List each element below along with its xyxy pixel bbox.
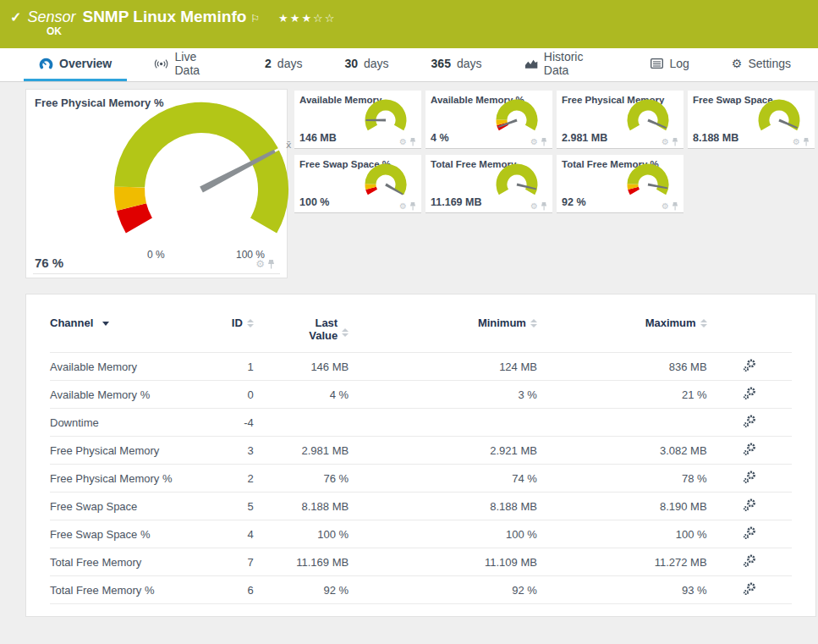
gear-icon[interactable]: ⚙ [530,201,538,211]
edit-channel-gears-icon[interactable] [743,526,756,540]
gauge-chart [621,98,675,139]
cell-channel[interactable]: Total Free Memory % [50,576,190,604]
edit-channel-gears-icon[interactable] [743,415,756,428]
pin-icon[interactable] [541,138,547,146]
cell-channel[interactable]: Downtime [50,409,190,437]
gear-icon[interactable]: ⚙ [662,201,669,211]
pin-icon[interactable] [672,202,678,211]
column-header-maximum[interactable]: Maximum [537,316,707,353]
area-chart-icon [524,58,538,69]
pin-icon[interactable] [267,260,275,269]
table-row[interactable]: Total Free Memory % 6 92 % 92 % 93 % [50,576,792,604]
cell-id: 3 [190,437,254,465]
pin-icon[interactable] [672,138,678,146]
cell-edit[interactable] [707,381,792,409]
pin-icon[interactable] [409,202,416,211]
column-header-last-value[interactable]: Last Value [254,316,349,353]
table-row[interactable]: Available Memory % 0 4 % 3 % 21 % [50,381,792,409]
tile-available-memory[interactable]: Available Memory 146 MB ⚙ [294,91,421,149]
gear-icon[interactable]: ⚙ [530,137,538,146]
column-header-id[interactable]: ID [190,316,254,353]
gear-icon[interactable]: ⚙ [793,137,800,146]
pin-icon[interactable] [409,138,416,146]
tab-2-days[interactable]: 2 days [250,48,317,81]
column-header-channel[interactable]: Channel [50,316,190,353]
table-row[interactable]: Free Swap Space 5 8.188 MB 8.188 MB 8.19… [50,493,792,520]
tile-total-free-memory[interactable]: Total Free Memory 11.169 MB ⚙ [425,155,552,213]
gear-icon[interactable]: ⚙ [255,258,265,270]
gear-icon[interactable]: ⚙ [399,137,407,146]
gear-icon[interactable]: ⚙ [399,201,407,211]
cell-channel[interactable]: Free Physical Memory [50,437,190,465]
cell-last-value: 4 % [254,381,349,409]
cell-id: 4 [190,520,254,548]
table-row[interactable]: Free Physical Memory 3 2.981 MB 2.921 MB… [50,437,792,465]
cell-last-value: 76 % [254,465,349,493]
edit-channel-gears-icon[interactable] [743,443,756,456]
cell-edit[interactable] [707,409,792,437]
cell-edit[interactable] [707,493,792,520]
cell-last-value: 11.169 MB [254,548,349,576]
tile-free-swap-space[interactable]: Free Swap Space 8.188 MB ⚙ [688,91,815,149]
pin-icon[interactable] [803,138,810,146]
table-row[interactable]: Free Physical Memory % 2 76 % 74 % 78 % [50,465,792,493]
column-header-minimum[interactable]: Minimum [349,316,537,353]
flag-icon[interactable]: ⚐ [250,13,260,25]
sensor-title: SNMP Linux Meminfo [82,8,246,26]
tab-30-days[interactable]: 30 days [329,48,404,81]
edit-channel-gears-icon[interactable] [743,359,756,372]
tab-historic-data[interactable]: Historic Data [509,48,624,81]
gauge-tiles: Available Memory 146 MB ⚙ Available Memo… [294,89,816,278]
tile-available-memory-pct[interactable]: Available Memory % 4 % ⚙ [425,91,552,149]
cell-channel[interactable]: Free Swap Space [50,493,190,520]
cell-channel[interactable]: Available Memory % [50,381,190,409]
cell-channel[interactable]: Free Swap Space % [50,520,190,548]
priority-stars[interactable]: ★★★☆☆ [278,12,336,25]
tab-overview[interactable]: Overview [24,48,127,81]
cell-edit[interactable] [707,353,792,381]
tab-label: days [277,57,303,70]
tab-number: 365 [431,57,451,70]
cell-edit[interactable] [707,576,792,604]
edit-channel-gears-icon[interactable] [743,582,756,596]
status-badge: OK [47,25,62,37]
sort-icon [342,328,349,337]
edit-channel-gears-icon[interactable] [743,498,756,512]
edit-channel-gears-icon[interactable] [743,471,756,484]
table-row[interactable]: Downtime -4 [50,409,792,437]
table-row[interactable]: Free Swap Space % 4 100 % 100 % 100 % [50,520,792,548]
channels-table: Channel ID Last Value Minimum Maximum Av… [50,316,792,604]
edit-channel-gears-icon[interactable] [743,554,756,568]
tab-settings[interactable]: ⚙ Settings [716,48,806,81]
cell-channel[interactable]: Free Physical Memory % [50,465,190,493]
cell-channel[interactable]: Total Free Memory [50,548,190,576]
cell-minimum: 11.109 MB [349,548,537,576]
tile-value: 100 % [299,196,329,208]
tile-total-free-memory-pct[interactable]: Total Free Memory % 92 % ⚙ [557,155,683,213]
tile-free-swap-space-pct[interactable]: Free Swap Space % 100 % ⚙ [294,155,421,213]
table-header-row: Channel ID Last Value Minimum Maximum [50,316,792,353]
cell-edit[interactable] [707,548,792,576]
table-row[interactable]: Total Free Memory 7 11.169 MB 11.109 MB … [50,548,792,576]
cell-minimum: 100 % [349,520,537,548]
gauge-min-label: 0 % [147,249,165,261]
tab-label: days [364,57,389,70]
cell-maximum: 8.190 MB [537,493,707,520]
tile-free-physical-memory[interactable]: Free Physical Memory 2.981 MB ⚙ [557,91,683,149]
cell-minimum: 74 % [349,465,537,493]
cell-edit[interactable] [707,437,792,465]
gear-icon[interactable]: ⚙ [662,137,669,146]
cell-edit[interactable] [707,520,792,548]
cell-edit[interactable] [707,465,792,493]
gauge-icon [39,58,53,70]
edit-channel-gears-icon[interactable] [743,387,756,400]
tab-live-data[interactable]: Live Data [139,48,238,81]
pin-icon[interactable] [541,202,547,211]
sort-icon [700,319,707,328]
tab-log[interactable]: Log [635,48,704,81]
cell-channel[interactable]: Available Memory [50,353,190,381]
table-row[interactable]: Available Memory 1 146 MB 124 MB 836 MB [50,353,792,381]
tab-365-days[interactable]: 365 days [416,48,497,81]
tab-bar: Overview Live Data 2 days 30 days 365 da… [0,48,818,82]
sort-desc-icon [102,322,109,326]
